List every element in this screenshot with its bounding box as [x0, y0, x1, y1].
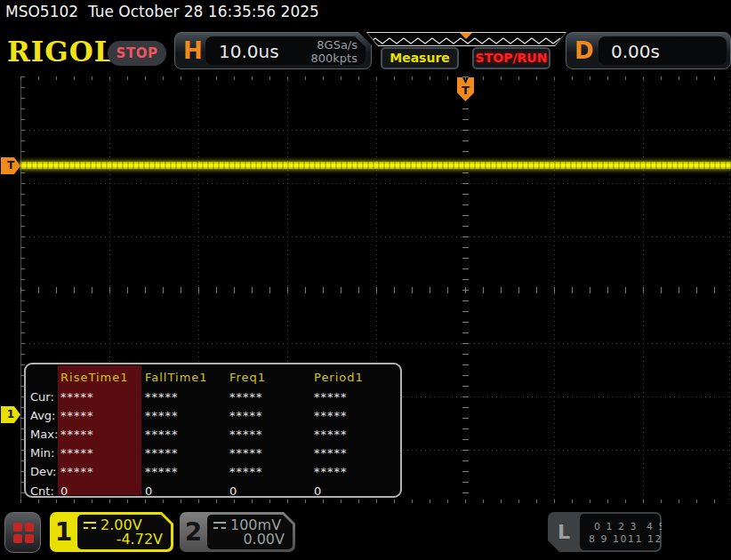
header-spacer: [30, 371, 60, 388]
measurement-results-window[interactable]: RiseTime1 FallTime1 Freq1 Period1 Cur: *…: [24, 363, 402, 498]
cell: 0: [145, 484, 229, 498]
h-label: H: [183, 33, 203, 68]
measurement-row: Max: ***** ***** ***** *****: [30, 428, 398, 445]
trigger-level-marker-icon[interactable]: T: [1, 157, 20, 174]
dc-coupling-icon: [213, 522, 226, 529]
ch1-ground-marker-icon[interactable]: 1: [1, 406, 20, 423]
row-label: Dev:: [30, 465, 60, 483]
model-and-datetime: MSO5102 Tue October 28 16:35:56 2025: [5, 3, 319, 20]
cell: *****: [314, 409, 398, 427]
waveform-position-bar[interactable]: [366, 32, 566, 46]
dc-coupling-icon: [84, 522, 96, 529]
d-label: D: [574, 33, 594, 68]
windows-menu-button[interactable]: [4, 512, 41, 553]
cell: *****: [314, 446, 398, 464]
logic-channels-badge[interactable]: L 0 1 2 3 4 5 6 7 8 9 1011 12131415: [548, 512, 662, 552]
horizontal-timebase-panel[interactable]: H 10.0us 8GSa/s 800kpts: [174, 32, 372, 69]
trigger-position-pointer-icon[interactable]: [460, 33, 472, 39]
channel2-number: 2: [180, 512, 207, 552]
channel2-info: 100mV 0.00V: [207, 515, 293, 549]
measurement-row: Avg: ***** ***** ***** *****: [30, 409, 398, 427]
cell: *****: [314, 390, 398, 408]
measurement-row: Dev: ***** ***** ***** *****: [30, 465, 398, 483]
cell: *****: [145, 446, 229, 464]
sample-rate: 8GSa/s: [311, 38, 357, 52]
channel1-info: 2.00V -4.72V: [77, 515, 171, 549]
cell: *****: [60, 446, 145, 464]
measurement-row: Cur: ***** ***** ***** *****: [30, 390, 398, 408]
row-label: Max:: [30, 428, 60, 445]
stop-run-button[interactable]: STOP/RUN: [472, 47, 550, 69]
logic-channels-row1: 0 1 2 3 4 5 6 7: [594, 521, 660, 532]
gridline-h: [20, 236, 731, 237]
cell: *****: [229, 465, 314, 483]
four-squares-icon: [13, 523, 34, 543]
d-panel-inner: 0.00s: [598, 36, 727, 65]
square: [13, 523, 22, 532]
measurement-row: Cnt: 0 0 0 0: [30, 484, 398, 498]
cell: *****: [229, 446, 314, 464]
rigol-logo: RIGOL: [7, 36, 115, 68]
square: [25, 534, 34, 543]
measure-button[interactable]: Measure: [381, 47, 459, 69]
col-header: Freq1: [229, 371, 314, 388]
timebase-value: 10.0us: [219, 36, 279, 67]
channel2-badge[interactable]: 2 100mV 0.00V: [180, 512, 295, 552]
cell: *****: [145, 409, 229, 427]
acquisition-info: 8GSa/s 800kpts: [311, 38, 357, 65]
logic-label: L: [558, 512, 570, 552]
cell: *****: [314, 465, 398, 483]
cell: *****: [60, 465, 145, 483]
row-label: Cnt:: [30, 484, 60, 498]
square: [25, 523, 34, 532]
h-panel-inner: 10.0us 8GSa/s 800kpts: [205, 36, 366, 65]
cell: *****: [145, 428, 229, 445]
gridline-h: [20, 183, 731, 184]
delay-value: 0.00s: [611, 36, 660, 67]
channel1-badge[interactable]: 1 2.00V -4.72V: [50, 512, 173, 552]
channel2-offset: 0.00V: [243, 531, 285, 548]
channel1-number: 1: [50, 512, 77, 552]
cell: *****: [229, 428, 314, 445]
cell: *****: [229, 390, 314, 408]
cell: *****: [145, 465, 229, 483]
oscilloscope-screen: MSO5102 Tue October 28 16:35:56 2025 RIG…: [0, 0, 731, 560]
square: [13, 534, 22, 543]
row-label: Min:: [30, 446, 60, 464]
channel1-offset: -4.72V: [116, 531, 163, 548]
cell: *****: [60, 390, 145, 408]
col-header: RiseTime1: [60, 371, 145, 388]
cell: *****: [60, 409, 145, 427]
cell: 0: [314, 484, 398, 498]
logic-channels-list: 0 1 2 3 4 5 6 7 8 9 1011 12131415: [580, 514, 660, 550]
cell: *****: [314, 428, 398, 445]
logic-channels-row2: 8 9 1011 12131415: [589, 533, 660, 545]
memory-depth: 800kpts: [311, 52, 357, 65]
measurement-row: Min: ***** ***** ***** *****: [30, 446, 398, 464]
col-header: Period1: [314, 371, 398, 388]
cell: 0: [229, 484, 314, 498]
gridline-h: [20, 130, 731, 131]
channel1-trace: [20, 162, 731, 169]
cell: *****: [229, 409, 314, 427]
col-header: FallTime1: [145, 371, 229, 388]
gridline-h: [20, 343, 731, 344]
measurement-header-row: RiseTime1 FallTime1 Freq1 Period1: [30, 371, 398, 388]
row-label: Avg:: [30, 409, 60, 427]
cell: 0: [60, 484, 145, 498]
center-horizontal-axis: [20, 287, 731, 293]
row-label: Cur:: [30, 390, 60, 408]
run-state-badge: STOP: [108, 41, 166, 66]
cell: *****: [145, 390, 229, 408]
delay-panel[interactable]: D 0.00s: [566, 32, 731, 69]
cell: *****: [60, 428, 145, 445]
